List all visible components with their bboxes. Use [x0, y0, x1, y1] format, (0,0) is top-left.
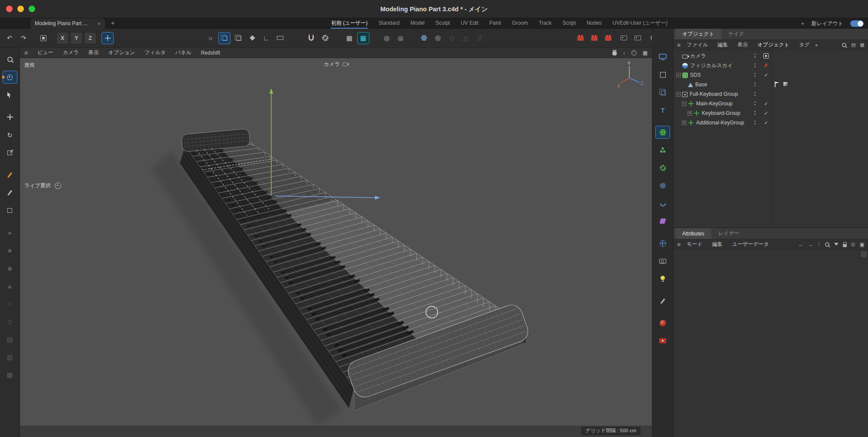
check-state-icon[interactable]: ✓: [762, 108, 770, 118]
lock-icon[interactable]: [843, 244, 847, 247]
generator-button[interactable]: [655, 126, 670, 139]
toggle-views-icon[interactable]: ▦: [643, 50, 648, 56]
viewport-menu-item[interactable]: オプション: [108, 49, 135, 56]
x-state-icon[interactable]: ✗: [762, 61, 770, 70]
attributes-menu-item[interactable]: 編集: [712, 241, 723, 248]
expander-icon[interactable]: +: [687, 111, 692, 116]
back-icon[interactable]: ←: [799, 241, 804, 248]
object-manager-menu-item[interactable]: 編集: [717, 41, 728, 49]
expander-icon[interactable]: +: [682, 121, 687, 125]
object-manager-menu-item[interactable]: 表示: [737, 41, 748, 49]
forward-icon[interactable]: →: [808, 241, 813, 248]
redshift-material-button[interactable]: [655, 316, 670, 329]
new-window-icon[interactable]: ▣: [860, 241, 865, 248]
visibility-dots-icon[interactable]: [754, 121, 756, 122]
cloner-button[interactable]: [655, 143, 670, 157]
object-manager-tab[interactable]: テイク: [721, 29, 751, 39]
expander-icon[interactable]: −: [676, 73, 681, 78]
expander-icon[interactable]: −: [676, 92, 681, 97]
visibility-dots-icon[interactable]: [754, 92, 756, 93]
disabled-tool-8[interactable]: ▥: [3, 350, 17, 363]
display-mode-button[interactable]: [655, 50, 670, 63]
rotate-tool[interactable]: ↻: [3, 128, 17, 141]
disabled-tool-6[interactable]: ◇: [3, 315, 17, 328]
live-selection-icon[interactable]: [55, 183, 61, 189]
menu-overflow-icon[interactable]: ▸: [816, 42, 818, 47]
lock-y-button[interactable]: Y: [70, 32, 82, 44]
disabled-tool-5[interactable]: ○: [3, 297, 17, 310]
add-layout-button[interactable]: +: [801, 20, 804, 27]
layout-tab[interactable]: UVEdit-User (ユーザー): [612, 18, 668, 29]
redshift-light-button[interactable]: [655, 334, 670, 347]
new-layout-button[interactable]: 新レイアウト: [812, 20, 843, 27]
snap-ring-button[interactable]: ◎: [381, 32, 393, 44]
disabled-tool-1[interactable]: ●: [3, 226, 17, 239]
grad-tag-icon[interactable]: [783, 82, 788, 87]
render-view-button[interactable]: [574, 32, 586, 44]
cube-button[interactable]: [655, 86, 670, 99]
viewport-menu-item[interactable]: 表示: [89, 49, 99, 56]
history-icon[interactable]: [631, 50, 637, 55]
object-manager-menu-item[interactable]: オブジェクト: [757, 41, 789, 49]
spline-pen-tool[interactable]: [3, 168, 17, 181]
attributes-tab[interactable]: Attributes: [675, 228, 711, 239]
environment-button[interactable]: [655, 237, 670, 250]
camera-label[interactable]: カメラ: [324, 61, 348, 68]
target-state-icon[interactable]: [763, 53, 769, 59]
object-row[interactable]: カメラ: [674, 51, 868, 61]
visibility-dots-icon[interactable]: [754, 101, 756, 103]
visibility-dots-icon[interactable]: [754, 73, 756, 74]
lock-z-button[interactable]: Z: [84, 32, 96, 44]
layout-tab[interactable]: Track: [538, 18, 552, 29]
attr-search-icon[interactable]: [825, 242, 829, 247]
modeling-mode-button[interactable]: [218, 32, 230, 44]
layout-tab[interactable]: Paint: [489, 18, 501, 29]
piano-model-wireframe[interactable]: [20, 58, 652, 437]
asset-button[interactable]: A: [432, 32, 444, 44]
object-row[interactable]: −Main-KeyGroup✓: [674, 99, 868, 108]
disabled-toolbar-1[interactable]: ◇: [446, 32, 458, 44]
grid-snap-button[interactable]: ▦: [343, 32, 355, 44]
projection-label[interactable]: 透視: [24, 62, 35, 69]
render-settings-button[interactable]: [618, 32, 630, 44]
object-manager-menu-item[interactable]: ファイル: [687, 41, 708, 49]
render-picture-viewer-button[interactable]: [588, 32, 600, 44]
team-render-button[interactable]: [602, 32, 614, 44]
filter-list-icon[interactable]: ▤: [851, 42, 855, 48]
object-row[interactable]: +Additional-KeyGroup✓: [674, 118, 868, 127]
check-state-icon[interactable]: ✓: [762, 118, 770, 127]
quantize-button[interactable]: ▦: [357, 32, 369, 44]
expander-icon[interactable]: −: [682, 101, 687, 106]
rectangle-button[interactable]: [274, 32, 286, 44]
polygon-pen-button[interactable]: [232, 32, 244, 44]
disabled-tool-7[interactable]: ▤: [3, 333, 17, 346]
disabled-tool-3[interactable]: ◆: [3, 261, 17, 274]
layout-tab[interactable]: UV Edit: [460, 18, 479, 29]
viewport-menu-icon[interactable]: ≡: [24, 49, 28, 56]
filter-icon[interactable]: [834, 243, 838, 246]
attributes-menu-item[interactable]: ユーザーデータ: [732, 241, 769, 248]
interactive-render-button[interactable]: [631, 32, 644, 44]
magnet-button[interactable]: [305, 32, 317, 44]
annotate-pen-button[interactable]: [655, 294, 670, 307]
object-row[interactable]: +Keyboard-Group✓: [674, 108, 868, 118]
up-icon[interactable]: ↑: [818, 241, 820, 248]
select-arrow-tool[interactable]: [3, 88, 17, 101]
check-state-icon[interactable]: ✓: [762, 99, 770, 108]
add-document-button[interactable]: +: [108, 19, 117, 26]
object-manager-menu-item[interactable]: タグ: [799, 41, 810, 49]
viewport-menu-item[interactable]: カメラ: [63, 49, 79, 56]
object-row[interactable]: Base: [674, 80, 868, 89]
pan-view-icon[interactable]: [612, 52, 617, 55]
primitive-tool[interactable]: [3, 204, 17, 217]
measure-button[interactable]: ∟: [260, 32, 272, 44]
move-tool[interactable]: [3, 111, 17, 124]
object-manager-tab[interactable]: オブジェクト: [675, 29, 721, 39]
object-row[interactable]: フィジカルスカイ✗: [674, 61, 868, 70]
layout-tab[interactable]: 初期 (ユーザー): [331, 18, 368, 29]
spline-tool-button[interactable]: [246, 32, 258, 44]
layout-tab[interactable]: Nodes: [586, 18, 602, 29]
snap-settings-button[interactable]: [319, 32, 331, 44]
spline-nurbs-button[interactable]: [655, 197, 670, 210]
disabled-toolbar-3[interactable]: ▽: [473, 32, 486, 44]
